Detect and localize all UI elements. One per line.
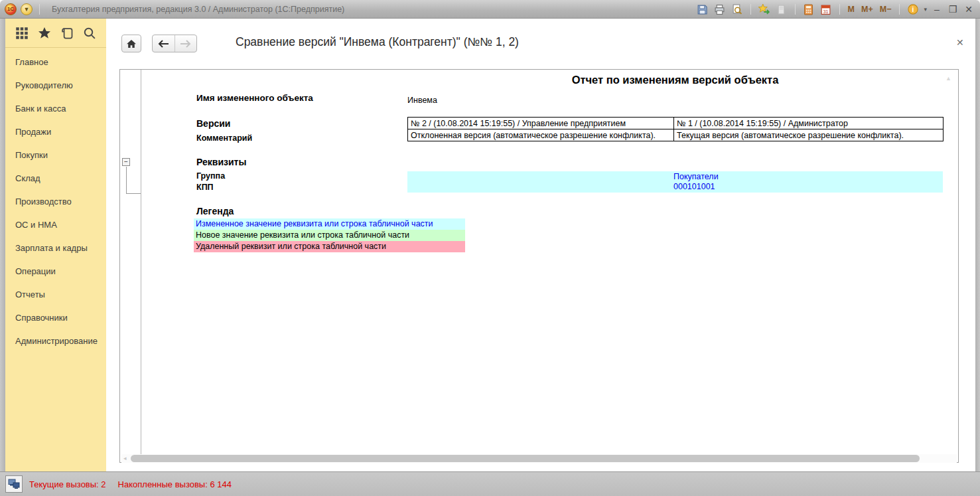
separator <box>899 4 900 15</box>
version-2-cell: № 2 / (10.08.2014 15:19:55) / Управление… <box>408 118 674 129</box>
collapse-group-button[interactable]: − <box>122 158 130 166</box>
link-icon[interactable] <box>775 3 788 16</box>
save-icon[interactable] <box>696 3 709 16</box>
sidebar-item-pokupki[interactable]: Покупки <box>5 143 106 167</box>
sidebar-item-proizvodstvo[interactable]: Производство <box>5 190 106 213</box>
comment-2-cell: Отклоненная версия (автоматическое разре… <box>408 129 674 141</box>
navigation-history-group <box>152 35 197 52</box>
home-button[interactable] <box>121 35 141 52</box>
sidebar-item-bank-i-kassa[interactable]: Банк и касса <box>5 97 106 120</box>
form-title: Сравнение версий "Инвема (Контрагент)" (… <box>236 35 519 49</box>
comment-label: Комментарий <box>196 133 252 143</box>
sidebar-item-rukovoditelyu[interactable]: Руководителю <box>5 74 106 97</box>
table-row: Отклоненная версия (автоматическое разре… <box>408 129 944 141</box>
group-bracket <box>126 167 127 193</box>
sidebar-item-sklad[interactable]: Склад <box>5 167 106 190</box>
attribute-kpp-label: КПП <box>196 183 214 192</box>
table-row: № 2 / (10.08.2014 15:19:55) / Управление… <box>408 118 944 129</box>
version-1-cell: № 1 / (10.08.2014 15:19:55) / Администра… <box>674 118 944 129</box>
window-titlebar: 1С ▼ Бухгалтерия предприятия, редакция 3… <box>0 0 980 19</box>
horizontal-scrollbar[interactable]: ◂ <box>121 454 957 463</box>
separator <box>795 4 796 15</box>
search-icon[interactable] <box>82 26 97 41</box>
back-button[interactable] <box>153 35 175 52</box>
calendar-icon[interactable]: 31 <box>819 3 833 16</box>
forward-button[interactable] <box>175 35 196 52</box>
group-gutter-divider <box>141 70 141 462</box>
sidebar-item-spravochniki[interactable]: Справочники <box>5 306 106 329</box>
window-left-edge <box>0 19 5 471</box>
menu-grid-icon[interactable] <box>15 26 29 41</box>
separator <box>839 4 840 15</box>
calendar-day: 31 <box>823 9 829 13</box>
performance-indicators-icon[interactable] <box>5 475 23 493</box>
sidebar-sections: Главное Руководителю Банк и касса Продаж… <box>5 48 106 353</box>
svg-text:i: i <box>912 6 914 13</box>
group-bracket <box>126 193 141 194</box>
changed-values-highlight: Покупатели 000101001 <box>407 171 943 193</box>
call-statistics: Текущие вызовы: 2 Накопленные вызовы: 6 … <box>29 479 232 489</box>
sidebar-item-administrirovanie[interactable]: Администрирование <box>5 329 106 353</box>
print-preview-icon[interactable] <box>731 3 744 16</box>
memory-add-button[interactable]: M+ <box>860 5 875 14</box>
attribute-group-label: Группа <box>196 171 225 181</box>
sidebar-item-operacii[interactable]: Операции <box>5 260 106 283</box>
section-sidebar: Главное Руководителю Банк и касса Продаж… <box>5 19 106 471</box>
attribute-group-value: Покупатели <box>673 172 719 181</box>
object-name-label: Имя измененного объекта <box>196 93 313 103</box>
legend-changed-row: Измененное значение реквизита или строка… <box>194 218 465 230</box>
attribute-kpp-value: 000101001 <box>673 182 715 191</box>
sidebar-item-glavnoe[interactable]: Главное <box>5 50 106 74</box>
versions-table: № 2 / (10.08.2014 15:19:55) / Управление… <box>407 117 944 141</box>
memory-subtract-button[interactable]: M− <box>878 5 893 14</box>
sidebar-item-otchety[interactable]: Отчеты <box>5 283 106 306</box>
object-name-value: Инвема <box>407 96 437 105</box>
horizontal-scrollbar-thumb[interactable] <box>131 455 920 462</box>
scroll-left-arrow-icon[interactable]: ◂ <box>123 455 127 461</box>
arrow-left-icon <box>157 39 169 48</box>
sidebar-toolbar <box>5 19 106 48</box>
sidebar-item-os-i-nma[interactable]: ОС и НМА <box>5 213 106 236</box>
add-favorite-icon[interactable] <box>758 3 771 16</box>
close-window-button[interactable]: ✕ <box>963 4 975 15</box>
app-logo-1c: 1С <box>5 3 17 15</box>
print-icon[interactable] <box>713 3 727 16</box>
sidebar-item-zarplata-i-kadry[interactable]: Зарплата и кадры <box>5 236 106 260</box>
attributes-label: Реквизиты <box>196 157 246 167</box>
status-bar: Текущие вызовы: 2 Накопленные вызовы: 6 … <box>0 471 980 496</box>
legend-label: Легенда <box>196 206 234 216</box>
report-spreadsheet-panel: − ▲ Отчет по изменениям версий объекта И… <box>119 69 959 463</box>
form-close-icon[interactable]: ✕ <box>956 37 964 48</box>
memory-recall-button[interactable]: M <box>847 5 856 14</box>
accumulated-calls-text: Накопленные вызовы: 6 144 <box>118 479 232 489</box>
legend-new-row: Новое значение реквизита или строка табл… <box>194 230 465 241</box>
app-window: 1С ▼ Бухгалтерия предприятия, редакция 3… <box>0 0 980 496</box>
calculator-icon[interactable] <box>802 3 815 16</box>
arrow-right-icon <box>180 39 192 48</box>
minimize-button[interactable]: – <box>931 4 943 15</box>
legend-deleted-row: Удаленный реквизит или строка табличной … <box>194 241 465 252</box>
current-calls-text: Текущие вызовы: 2 <box>29 479 106 489</box>
history-icon[interactable] <box>60 26 74 41</box>
main-menu-dropdown-icon[interactable]: ▼ <box>21 3 33 15</box>
versions-label: Версии <box>196 118 230 129</box>
info-dropdown-caret-icon[interactable]: ▾ <box>924 6 927 13</box>
scroll-up-hint-icon: ▲ <box>945 75 951 82</box>
favorites-star-icon[interactable] <box>37 26 52 41</box>
info-icon[interactable]: i <box>906 3 920 16</box>
comment-1-cell: Текущая версия (автоматическое разрешени… <box>674 129 944 141</box>
report-title: Отчет по изменениям версий объекта <box>407 74 943 86</box>
window-right-edge <box>975 19 980 471</box>
separator <box>750 4 751 15</box>
sidebar-item-prodazhi[interactable]: Продажи <box>5 120 106 143</box>
window-title: Бухгалтерия предприятия, редакция 3.0 / … <box>52 5 344 14</box>
home-icon <box>126 39 137 49</box>
separator <box>39 4 40 15</box>
maximize-button[interactable]: ❒ <box>947 4 959 15</box>
